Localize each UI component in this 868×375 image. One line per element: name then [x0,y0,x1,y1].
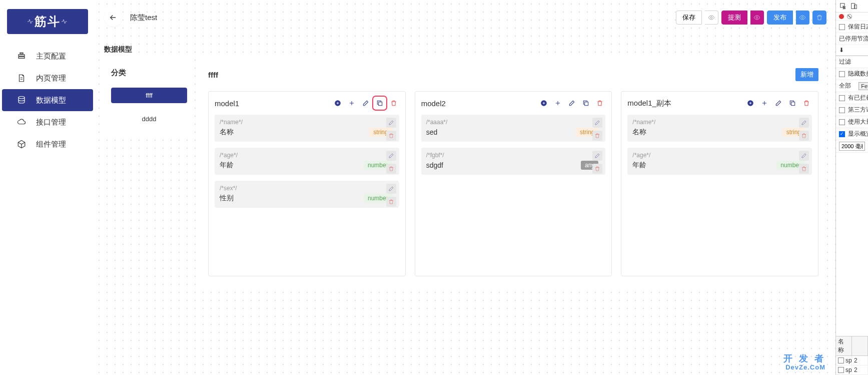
delete-field-icon[interactable] [799,131,809,141]
field-label: sed [426,128,438,136]
devtools-panel: 保留日志 已停用节流模式 ⬇ 过滤 隐藏数据网址 全部 Fetch/XHR 有已… [835,0,868,375]
field-comment: /*fgbf*/ [426,152,601,159]
model-field: /*name*/名称string [215,115,399,142]
sidebar-item-label: 组件管理 [36,140,66,149]
device-toggle-icon[interactable] [850,2,858,10]
field-label: 性别 [220,194,234,203]
edit-field-icon[interactable] [386,151,396,161]
edit-icon[interactable] [360,98,371,109]
cloud-icon [17,118,26,127]
delete-field-icon[interactable] [386,131,396,141]
publish-preview-button[interactable] [796,11,809,25]
field-label: 名称 [220,128,234,137]
database-icon [17,96,26,105]
record-icon[interactable] [839,14,844,19]
category-item[interactable]: dddd [111,111,187,127]
network-table: 名称 spa...2 spa...2 [836,336,868,375]
checkbox[interactable] [839,107,845,113]
checkbox[interactable] [839,131,845,137]
add-filled-icon[interactable] [332,98,343,109]
checkbox[interactable] [839,71,845,77]
publish-delete-button[interactable] [812,11,826,25]
svg-rect-8 [378,102,382,106]
field-label: 年龄 [220,161,234,170]
clear-icon[interactable] [847,14,852,19]
checkbox[interactable] [839,95,845,101]
sidebar-item-label: 接口管理 [36,118,66,127]
delete-field-icon[interactable] [386,164,396,174]
model-name: model1 [215,99,239,108]
delete-field-icon[interactable] [592,164,602,174]
app-logo: 筋斗 [7,9,88,34]
svg-point-5 [756,17,758,19]
add-filled-icon[interactable] [538,98,549,109]
edit-icon[interactable] [773,98,784,109]
svg-point-6 [801,17,803,19]
field-comment: /*aaaa*/ [426,119,601,126]
edit-field-icon[interactable] [592,151,602,161]
svg-rect-2 [20,53,23,54]
add-icon[interactable] [759,98,770,109]
model-field: /*sex*/性别number [215,181,399,208]
download-icon[interactable]: ⬇ [839,47,844,54]
save-button[interactable]: 保存 [676,11,702,25]
model-field: /*age*/年龄number [215,148,399,175]
page-title: 陈莹test [130,13,157,23]
model-card: model1/*name*/名称string/*age*/年龄number/*s… [208,91,406,276]
checkbox[interactable] [839,24,845,30]
edit-field-icon[interactable] [386,118,396,128]
topbar: 陈莹test 保存 提测 发布 [95,0,835,35]
copy-icon[interactable] [787,98,798,109]
home-config-icon [17,52,26,61]
delete-icon[interactable] [388,98,399,109]
fetch-filter-button[interactable]: Fetch/XHR [858,82,868,90]
ms-input[interactable] [839,142,865,151]
svg-point-3 [19,97,25,99]
trash-icon [816,14,823,21]
add-icon[interactable] [346,98,357,109]
copy-icon[interactable] [580,98,591,109]
checkbox[interactable] [839,119,845,125]
publish-button[interactable]: 发布 [767,11,793,25]
edit-field-icon[interactable] [799,151,809,161]
page-icon [17,74,26,83]
add-icon[interactable] [552,98,563,109]
models-panel: ffff 新增 model1/*name*/名称string/*age*/年龄n… [200,58,826,286]
category-panel: 分类 ffff dddd [104,58,194,137]
field-comment: /*name*/ [220,119,394,126]
category-item[interactable]: ffff [111,88,187,103]
sidebar-nav: 主页配置 内页管理 数据模型 接口管理 组件管理 [0,43,95,155]
sidebar-item-page-mgmt[interactable]: 内页管理 [2,67,93,89]
sidebar: 筋斗 主页配置 内页管理 数据模型 接口管理 组件管 [0,0,95,375]
sidebar-item-label: 数据模型 [36,96,66,105]
back-button[interactable] [104,9,122,27]
delete-field-icon[interactable] [386,197,396,207]
sidebar-item-home-config[interactable]: 主页配置 [2,45,93,67]
sidebar-item-data-model[interactable]: 数据模型 [2,89,93,111]
save-preview-button[interactable] [705,11,718,25]
copy-icon[interactable] [374,98,385,109]
edit-field-icon[interactable] [592,118,602,128]
edit-field-icon[interactable] [386,184,396,194]
model-name: model1_副本 [627,99,671,108]
sidebar-item-component-mgmt[interactable]: 组件管理 [2,133,93,155]
main-area: 陈莹test 保存 提测 发布 数据模型 分类 ffff dddd ffff [95,0,835,375]
delete-icon[interactable] [594,98,605,109]
new-model-button[interactable]: 新增 [795,68,818,81]
edit-icon[interactable] [566,98,577,109]
table-row[interactable]: spa...2 [836,356,868,365]
delete-icon[interactable] [801,98,812,109]
edit-field-icon[interactable] [799,118,809,128]
delete-field-icon[interactable] [592,131,602,141]
field-label: 名称 [632,128,646,137]
sidebar-item-api-mgmt[interactable]: 接口管理 [2,111,93,133]
test-preview-button[interactable] [750,11,764,25]
inspect-element-icon[interactable] [839,2,847,10]
table-row[interactable]: spa...2 [836,365,868,375]
add-filled-icon[interactable] [745,98,756,109]
eye-icon [753,14,760,21]
model-field: /*age*/年龄number [627,148,812,175]
delete-field-icon[interactable] [799,164,809,174]
test-button[interactable]: 提测 [721,11,747,25]
field-comment: /*age*/ [220,152,394,159]
